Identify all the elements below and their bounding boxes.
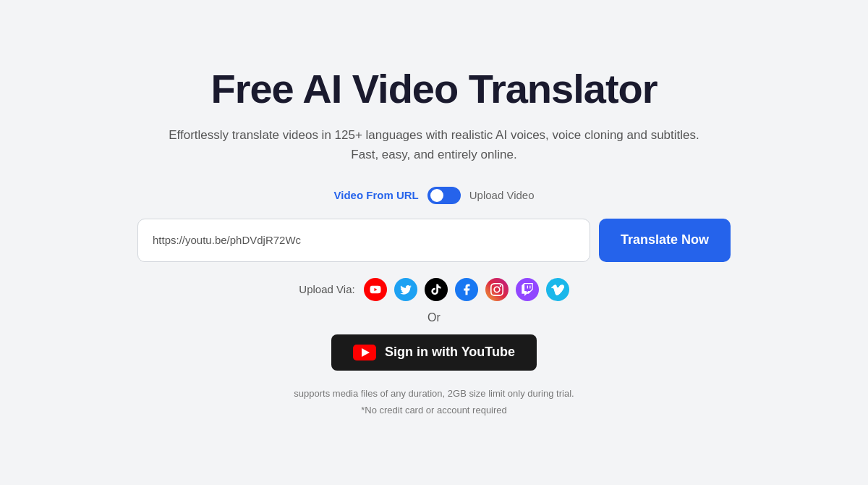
youtube-signin-label: Sign in with YouTube — [385, 345, 515, 360]
youtube-signin-button[interactable]: Sign in with YouTube — [331, 334, 537, 371]
youtube-play-triangle — [362, 348, 370, 357]
subtitle: Effortlessly translate videos in 125+ la… — [169, 125, 699, 164]
subtitle-line2: Fast, easy, and entirely online. — [351, 148, 516, 161]
main-container: Free AI Video Translator Effortlessly tr… — [109, 52, 760, 434]
toggle-url-label: Video From URL — [333, 189, 418, 201]
footer-line2: *No credit card or account required — [294, 402, 574, 418]
twitch-icon[interactable] — [516, 278, 539, 301]
tiktok-icon[interactable] — [425, 278, 448, 301]
input-row: Translate Now — [137, 219, 731, 262]
page-title: Free AI Video Translator — [210, 67, 657, 111]
input-toggle[interactable] — [427, 187, 461, 204]
toggle-row: Video From URL Upload Video — [333, 187, 534, 204]
instagram-icon[interactable] — [485, 278, 509, 301]
footer-line1: supports media files of any duration, 2G… — [294, 385, 574, 402]
or-divider: Or — [427, 311, 441, 324]
url-input[interactable] — [137, 219, 590, 262]
toggle-upload-label: Upload Video — [469, 189, 535, 201]
facebook-icon[interactable] — [455, 278, 478, 301]
upload-via-row: Upload Via: — [299, 278, 569, 301]
vimeo-icon[interactable] — [546, 278, 569, 301]
youtube-signin-icon — [353, 345, 376, 360]
subtitle-line1: Effortlessly translate videos in 125+ la… — [169, 128, 699, 142]
youtube-icon[interactable] — [364, 278, 387, 301]
social-icons-row — [364, 278, 569, 301]
translate-button[interactable]: Translate Now — [599, 219, 731, 262]
footer-text: supports media files of any duration, 2G… — [294, 385, 574, 419]
twitter-icon[interactable] — [394, 278, 417, 301]
upload-via-label: Upload Via: — [299, 283, 354, 295]
